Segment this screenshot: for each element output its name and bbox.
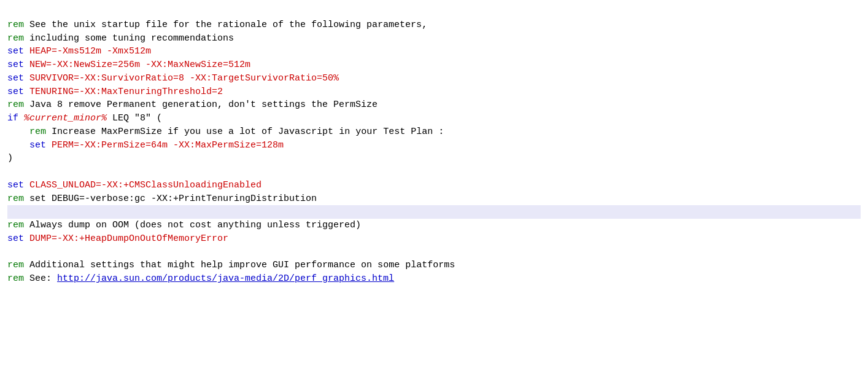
code-line-5: set SURVIVOR=-XX:SurvivorRatio=8 -XX:Tar… bbox=[7, 72, 861, 85]
code-line-18 bbox=[7, 246, 861, 259]
code-line-9: rem Increase MaxPermSize if you use a lo… bbox=[7, 125, 861, 139]
code-line-2: rem including some tuning recommendation… bbox=[7, 32, 861, 45]
code-line-15 bbox=[7, 205, 861, 219]
code-line-3: set HEAP=-Xms512m -Xmx512m bbox=[7, 45, 861, 58]
code-line-4: set NEW=-XX:NewSize=256m -XX:MaxNewSize=… bbox=[7, 58, 861, 72]
code-line-8: if %current_minor% LEQ "8" ( bbox=[7, 112, 861, 125]
code-line-12 bbox=[7, 165, 861, 179]
code-line-14: rem set DEBUG=-verbose:gc -XX:+PrintTenu… bbox=[7, 192, 861, 206]
code-line-20: rem See: http://java.sun.com/products/ja… bbox=[7, 272, 861, 286]
code-line-17: set DUMP=-XX:+HeapDumpOnOutOfMemoryError bbox=[7, 232, 861, 246]
code-line-13: set CLASS_UNLOAD=-XX:+CMSClassUnloadingE… bbox=[7, 179, 861, 192]
code-line-7: rem Java 8 remove Permanent generation, … bbox=[7, 98, 861, 112]
code-line-10: set PERM=-XX:PermSize=64m -XX:MaxPermSiz… bbox=[7, 139, 861, 152]
code-editor: rem See the unix startup file for the ra… bbox=[7, 5, 861, 286]
external-link[interactable]: http://java.sun.com/products/java-media/… bbox=[57, 273, 394, 284]
code-line-1: rem See the unix startup file for the ra… bbox=[7, 18, 861, 32]
code-line-16: rem Always dump on OOM (does not cost an… bbox=[7, 219, 861, 232]
code-line-11: ) bbox=[7, 152, 861, 165]
code-line-6: set TENURING=-XX:MaxTenuringThreshold=2 bbox=[7, 85, 861, 99]
code-line-19: rem Additional settings that might help … bbox=[7, 259, 861, 272]
